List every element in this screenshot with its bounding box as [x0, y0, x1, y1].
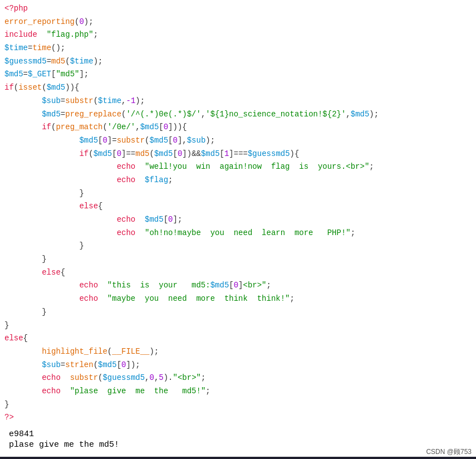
code-line-9: $md5=preg_replace('/^(.*)0e(.*)$/','${1}…: [0, 108, 476, 121]
code-line-10: if(preg_match('/0e/',$md5[0])){: [0, 121, 476, 134]
code-line-14: echo $flag;: [0, 174, 476, 187]
code-line-30: echo "plase give me the md5!";: [0, 385, 476, 398]
code-line-7: if(isset($md5)){: [0, 81, 476, 95]
code-container: <?php error_reporting(0); include "flag.…: [0, 0, 476, 457]
code-line-17: echo $md5[0];: [0, 213, 476, 227]
code-line-31: }: [0, 398, 476, 412]
code-line-6: $md5=$_GET["md5"];: [0, 68, 476, 81]
watermark: CSDN @顾753: [426, 447, 472, 457]
code-line-2: error_reporting(0);: [0, 16, 476, 29]
code-line-24: }: [0, 306, 476, 319]
output-line-2: plase give me the md5!: [4, 440, 472, 450]
code-line-23: echo "maybe you need more think think!";: [0, 292, 476, 306]
code-line-32: ?>: [0, 411, 476, 424]
code-line-13: echo "well!you win again!now flag is you…: [0, 160, 476, 174]
code-line-20: }: [0, 253, 476, 266]
code-line-11: $md5[0]=substr($md5[0],$sub);: [0, 134, 476, 148]
code-line-4: $time=time();: [0, 42, 476, 55]
code-line-21: else{: [0, 266, 476, 280]
code-line-28: $sub=strlen($md5[0]);: [0, 359, 476, 372]
output-line-1: e9841: [4, 429, 472, 440]
code-line-12: if($md5[0]==md5($md5[0])&&$md5[1]===$gue…: [0, 148, 476, 161]
code-line-22: echo "this is your md5:$md5[0]<br>";: [0, 279, 476, 292]
code-line-16: else{: [0, 200, 476, 213]
code-line-3: include "flag.php";: [0, 28, 476, 42]
code-line-5: $guessmd5=md5($time);: [0, 55, 476, 69]
code-line-8: $sub=substr($time,-1);: [0, 95, 476, 108]
code-line-26: else{: [0, 332, 476, 345]
code-line-25: }: [0, 319, 476, 333]
code-line-27: highlight_file(__FILE__);: [0, 345, 476, 359]
code-line-15: }: [0, 187, 476, 201]
code-line-29: echo substr($guessmd5,0,5)."<br>";: [0, 372, 476, 385]
code-line-1: <?php: [0, 2, 476, 16]
output-area: e9841 plase give me the md5!: [0, 427, 476, 455]
code-line-18: echo "oh!no!maybe you need learn more PH…: [0, 227, 476, 240]
code-line-19: }: [0, 240, 476, 253]
